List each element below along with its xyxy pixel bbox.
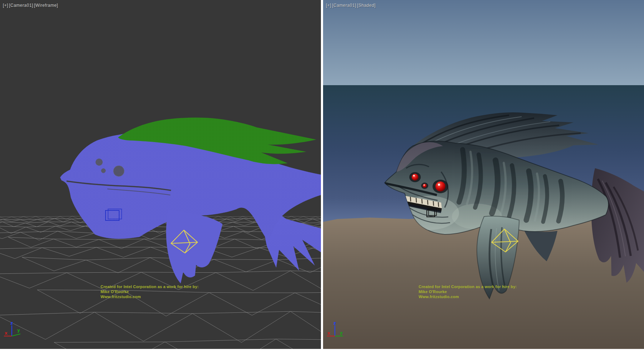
fish-eye-small xyxy=(101,169,106,173)
axis-z-label: z xyxy=(333,321,336,326)
viewport-menu-pov[interactable]: [+] xyxy=(3,3,8,8)
axis-x-label: x xyxy=(327,331,330,336)
credit-line-1: Created for Intel Corporation as a work … xyxy=(101,284,199,289)
viewport-menu-camera[interactable]: [Camera01] xyxy=(332,3,356,8)
viewport-menu-camera[interactable]: [Camera01] xyxy=(9,3,33,8)
credit-line-2: Mike O'Rourke xyxy=(419,289,517,294)
credit-line-1: Created for Intel Corporation as a work … xyxy=(419,284,517,289)
sky-upper xyxy=(323,0,644,85)
axis-y-label: y xyxy=(17,328,20,333)
credit-line-3: Www.fritzstudio.com xyxy=(101,294,199,299)
credit-watermark: Created for Intel Corporation as a work … xyxy=(419,284,517,299)
fish-eye-red-top xyxy=(412,174,419,181)
world-axis-tripod: x y z xyxy=(2,321,27,342)
viewport-menu-shading[interactable]: [Shaded] xyxy=(357,3,376,8)
viewport-menu-shading[interactable]: [Wireframe] xyxy=(34,3,58,8)
fish-eye-red-small xyxy=(423,184,427,188)
axis-x-label: x xyxy=(5,331,8,336)
fish-eye-top xyxy=(96,159,103,166)
viewport-wireframe[interactable]: [+] [Camera01] [Wireframe] Created for I… xyxy=(0,0,321,349)
viewport-label-left: [+] [Camera01] [Wireframe] xyxy=(3,3,58,8)
dual-viewport-stage: [+] [Camera01] [Wireframe] Created for I… xyxy=(0,0,644,350)
world-axis-tripod: x y z xyxy=(325,321,350,342)
fish-creature-wireframe[interactable] xyxy=(60,118,321,283)
credit-watermark: Created for Intel Corporation as a work … xyxy=(101,284,199,299)
credit-line-2: Mike O'Rourke xyxy=(101,289,199,294)
viewport-menu-pov[interactable]: [+] xyxy=(326,3,331,8)
axis-z-label: z xyxy=(10,321,13,326)
credit-line-3: Www.fritzstudio.com xyxy=(419,294,517,299)
fish-eye-red-main xyxy=(435,181,445,191)
viewport-shaded[interactable]: [+] [Camera01] [Shaded] Created for Inte… xyxy=(323,0,644,349)
axis-y-label: y xyxy=(340,330,343,335)
viewport-label-right: [+] [Camera01] [Shaded] xyxy=(326,3,376,8)
